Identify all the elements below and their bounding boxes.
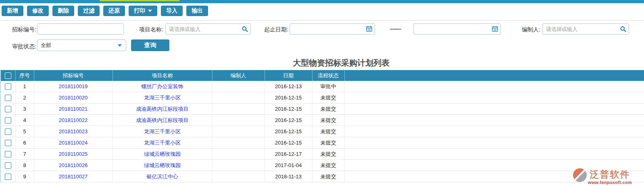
- status-cell: 未提交: [312, 115, 344, 126]
- bid-no-cell: 2018110026: [34, 160, 113, 171]
- table-row: 12018110019螺丝厂办公室装饰2016-12-13审批中: [0, 81, 644, 92]
- toolbar-button-label: 打印: [134, 7, 145, 14]
- project-cell: 绿城云栖玫瑰园: [113, 149, 212, 160]
- toolbar-button-label: 导入: [166, 7, 177, 14]
- bid-no-link[interactable]: 2018110020: [59, 95, 88, 101]
- approval-status-select[interactable]: 全部: [37, 39, 126, 51]
- table-row: 22018110020龙湖三千里小区2016-12-15未提交: [0, 92, 644, 103]
- filter-row-1: 招标编号: 项目名称: 起止日期: —— 编制人:: [0, 21, 644, 38]
- filler-cell: [344, 103, 644, 115]
- watermark-brand: 泛普软件: [590, 170, 630, 179]
- project-link[interactable]: 螺丝厂办公室装饰: [142, 83, 183, 89]
- toolbar-button-add[interactable]: 新增: [2, 6, 23, 16]
- project-name-field-wrap: [165, 23, 251, 35]
- project-link[interactable]: 银亿滨江中心: [147, 174, 178, 180]
- date-cell: 2016-12-15: [265, 92, 312, 103]
- toolbar-button-filter[interactable]: 过滤: [78, 6, 100, 16]
- select-all-checkbox[interactable]: [5, 72, 11, 79]
- project-link[interactable]: 绿城云栖玫瑰园: [144, 151, 181, 157]
- compiler-cell: [212, 160, 265, 171]
- top-accent-bar: [0, 0, 644, 3]
- date-start-input[interactable]: [290, 23, 375, 35]
- bid-no-link[interactable]: 2018110019: [59, 83, 88, 89]
- toolbar-button-modify[interactable]: 修改: [27, 6, 49, 16]
- row-checkbox[interactable]: [5, 174, 11, 180]
- seq-cell: 9: [15, 171, 34, 182]
- project-link[interactable]: 成渝高铁内江标段项目: [136, 106, 189, 112]
- compiler-cell: [212, 115, 265, 126]
- row-checkbox[interactable]: [5, 140, 11, 146]
- toolbar-button-label: 修改: [32, 7, 44, 14]
- seq-cell: 1: [15, 81, 34, 92]
- row-checkbox[interactable]: [5, 128, 11, 135]
- project-link[interactable]: 龙湖三千里小区: [144, 128, 181, 134]
- bid-no-link[interactable]: 2018110027: [59, 174, 88, 180]
- toolbar-button-import[interactable]: 导入: [161, 6, 183, 16]
- date-cell: 2018-11-13: [265, 171, 312, 182]
- toolbar-button-export[interactable]: 输出: [186, 6, 208, 16]
- caret-down-icon: [148, 10, 152, 12]
- bid-no-link[interactable]: 2018110024: [59, 140, 88, 146]
- seq-cell: 4: [15, 115, 34, 126]
- bid-no-cell: 2018110027: [34, 171, 113, 182]
- project-link[interactable]: 成渝高铁内江标段项目: [136, 117, 189, 123]
- bid-no-link[interactable]: 2018110021: [59, 106, 88, 112]
- status-cell: 审批中: [312, 81, 344, 92]
- row-checkbox-cell: [0, 115, 15, 126]
- query-button[interactable]: 查询: [131, 39, 169, 51]
- bid-no-cell: 2018110024: [34, 137, 113, 149]
- toolbar-button-label: 还原: [108, 7, 120, 14]
- toolbar-button-restore[interactable]: 还原: [103, 6, 125, 16]
- bid-no-link[interactable]: 2018110026: [59, 162, 88, 168]
- status-cell: 未提交: [312, 103, 344, 115]
- bid-no-link[interactable]: 2018110023: [59, 128, 88, 134]
- seq-cell: 8: [15, 160, 34, 171]
- header-date: 日期: [265, 70, 312, 81]
- row-checkbox[interactable]: [5, 83, 11, 90]
- project-link[interactable]: 龙湖三千里小区: [144, 95, 181, 101]
- date-end-input[interactable]: [413, 23, 501, 35]
- row-checkbox[interactable]: [5, 151, 11, 157]
- project-cell: 龙湖三千里小区: [113, 137, 212, 149]
- seq-cell: 6: [15, 137, 34, 149]
- bid-no-link[interactable]: 2018110022: [59, 117, 88, 123]
- toolbar-button-print[interactable]: 打印: [129, 6, 157, 16]
- date-end-field-wrap: [413, 23, 501, 35]
- search-icon[interactable]: [620, 26, 626, 32]
- date-cell: 2016-12-15: [265, 103, 312, 115]
- filler-cell: [344, 92, 644, 103]
- toolbar-button-delete[interactable]: 删除: [52, 6, 74, 16]
- date-cell: 2016-12-13: [265, 81, 312, 92]
- row-checkbox-cell: [0, 160, 15, 171]
- watermark-url: www.fanpusoft.com: [588, 180, 632, 185]
- table-row: 82018110026绿城云栖玫瑰园2017-01-04未提交: [0, 160, 644, 171]
- compiler-cell: [212, 137, 265, 149]
- project-link[interactable]: 绿城云栖玫瑰园: [144, 162, 181, 168]
- bid-no-link[interactable]: 2018110025: [59, 151, 88, 157]
- table-row: 62018110024龙湖三千里小区2016-12-15未提交: [0, 137, 644, 149]
- row-checkbox[interactable]: [5, 117, 11, 124]
- approval-status-value: 全部: [41, 42, 51, 49]
- project-name-input[interactable]: [165, 23, 251, 35]
- compiler-input[interactable]: [542, 23, 629, 35]
- bid-no-cell: 2018110023: [34, 126, 113, 137]
- bid-no-cell: 2018110025: [34, 149, 113, 160]
- filler-cell: [344, 126, 644, 137]
- calendar-icon[interactable]: [366, 26, 372, 32]
- filler-cell: [344, 81, 644, 92]
- plan-table: 序号 招标编号 项目名称 编制人 日期 流程状态 12018110019螺丝厂办…: [0, 70, 644, 182]
- row-checkbox[interactable]: [5, 162, 11, 169]
- bid-no-input[interactable]: [37, 23, 124, 35]
- approval-status-label: 审批状态:: [5, 43, 36, 50]
- date-start-field-wrap: [290, 23, 375, 35]
- page: 新增修改删除过滤还原打印导入输出 招标编号: 项目名称: 起止日期: ——: [0, 0, 644, 186]
- calendar-icon[interactable]: [492, 26, 498, 32]
- toolbar-button-label: 新增: [7, 7, 18, 14]
- compiler-cell: [212, 81, 265, 92]
- row-checkbox[interactable]: [5, 95, 11, 101]
- search-icon[interactable]: [242, 26, 248, 32]
- project-link[interactable]: 龙湖三千里小区: [144, 140, 181, 146]
- compiler-cell: [212, 149, 265, 160]
- row-checkbox[interactable]: [5, 106, 11, 112]
- filler-cell: [344, 149, 644, 160]
